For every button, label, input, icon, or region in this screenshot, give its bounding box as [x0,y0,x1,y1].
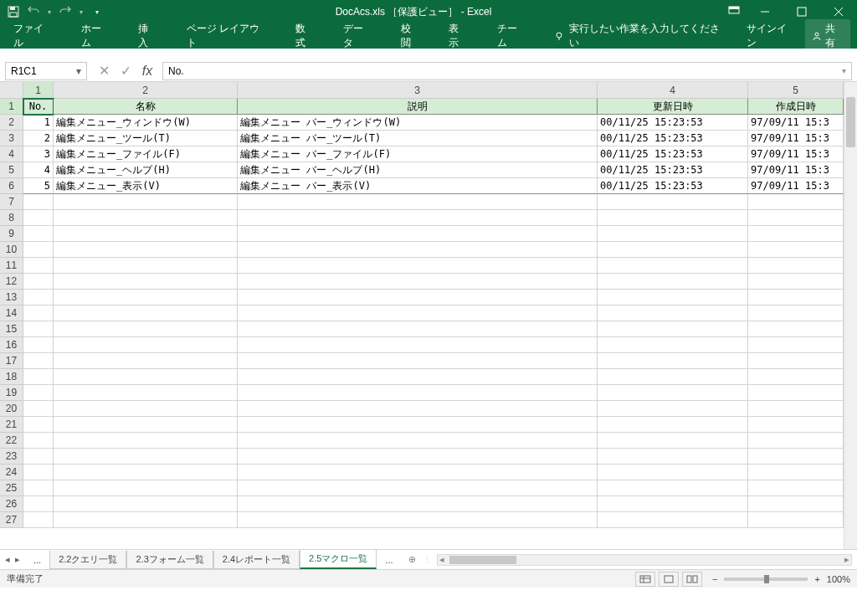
cell[interactable] [598,401,748,417]
fx-icon[interactable]: fx [137,62,157,80]
cell[interactable] [23,496,54,512]
view-normal-icon[interactable] [635,572,655,587]
cell[interactable] [23,226,54,242]
cell[interactable] [54,337,238,353]
cell[interactable] [238,465,598,480]
cell[interactable] [54,449,238,465]
cell[interactable] [748,337,844,353]
row-header[interactable]: 11 [0,258,23,274]
cell[interactable] [748,353,844,369]
cell[interactable]: 編集メニュー_表示(V) [54,178,238,194]
tab-pagelayout[interactable]: ページ レイアウト [180,18,274,54]
add-sheet-icon[interactable]: ⊕ [402,554,423,565]
select-all-corner[interactable] [0,82,23,99]
column-header[interactable]: 1 [23,82,54,99]
column-header[interactable]: 4 [598,82,748,99]
qat-customize-icon[interactable]: ▾ [89,3,105,20]
cell[interactable]: 3 [23,146,54,162]
cell[interactable] [598,242,748,258]
cell[interactable]: 説明 [238,99,598,115]
row-header[interactable]: 1 [0,99,23,115]
cell[interactable] [23,305,54,321]
cell[interactable] [238,274,598,290]
row-header[interactable]: 12 [0,274,23,290]
cell[interactable] [238,305,598,321]
row-header[interactable]: 15 [0,321,23,337]
worksheet-grid[interactable]: 12345 1234567891011121314151617181920212… [0,82,857,549]
row-header[interactable]: 4 [0,146,23,162]
view-pagelayout-icon[interactable] [659,572,679,587]
zoom-out-icon[interactable]: − [712,574,717,584]
cell[interactable] [23,290,54,305]
cell[interactable]: 00/11/25 15:23:53 [598,162,748,178]
cell[interactable]: 編集メニュー_ウィンドウ(W) [54,115,238,131]
cell[interactable] [748,401,844,417]
cell[interactable]: 1 [23,115,54,131]
cell[interactable]: 00/11/25 15:23:53 [598,146,748,162]
cell[interactable] [23,417,54,433]
cell[interactable] [238,449,598,465]
zoom-in-icon[interactable]: + [814,574,819,584]
cell[interactable]: 97/09/11 15:3 [748,146,844,162]
cell[interactable]: 97/09/11 15:3 [748,178,844,194]
cell[interactable] [238,417,598,433]
cell[interactable] [748,496,844,512]
cell[interactable] [598,512,748,528]
cell[interactable]: 編集メニュー バー_ツール(T) [238,131,598,146]
cell[interactable] [54,226,238,242]
horizontal-scrollbar[interactable]: ◂ ▸ [437,554,852,566]
cell[interactable]: 00/11/25 15:23:53 [598,115,748,131]
cell[interactable] [598,465,748,480]
cell[interactable] [598,496,748,512]
cell[interactable] [23,512,54,528]
cell[interactable] [598,290,748,305]
save-icon[interactable] [5,3,22,20]
cell[interactable] [54,385,238,401]
row-header[interactable]: 23 [0,449,23,465]
cell[interactable]: 編集メニュー バー_ウィンドウ(W) [238,115,598,131]
sheet-nav-next-icon[interactable]: ▸ [15,554,20,565]
cells[interactable]: No.名称説明更新日時作成日時1編集メニュー_ウィンドウ(W)編集メニュー バー… [23,99,844,549]
enter-icon[interactable]: ✓ [115,62,136,80]
cell[interactable] [238,512,598,528]
cell[interactable] [23,337,54,353]
cell[interactable]: 編集メニュー_ヘルプ(H) [54,162,238,178]
cell[interactable]: 編集メニュー バー_表示(V) [238,178,598,194]
row-header[interactable]: 25 [0,480,23,496]
cell[interactable]: 4 [23,162,54,178]
cell[interactable] [598,353,748,369]
cell[interactable] [238,194,598,210]
formula-input[interactable]: No. ▾ [162,62,852,80]
column-header[interactable]: 3 [238,82,598,99]
cell[interactable] [598,194,748,210]
cell[interactable] [598,305,748,321]
cell[interactable]: 2 [23,131,54,146]
cell[interactable] [54,242,238,258]
vertical-scroll-thumb[interactable] [846,97,855,147]
tab-team[interactable]: チーム [490,18,533,54]
view-pagebreak-icon[interactable] [682,572,702,587]
cell[interactable] [598,321,748,337]
cell[interactable] [748,449,844,465]
cell[interactable] [54,353,238,369]
cell[interactable] [238,401,598,417]
zoom-slider[interactable] [724,578,808,581]
tab-review[interactable]: 校閲 [394,18,427,54]
cell[interactable]: 編集メニュー バー_ファイル(F) [238,146,598,162]
cell[interactable] [598,369,748,385]
cell[interactable] [54,258,238,274]
undo-icon[interactable] [25,3,42,20]
row-header[interactable]: 8 [0,210,23,226]
cell[interactable] [748,242,844,258]
cell[interactable]: 97/09/11 15:3 [748,131,844,146]
tab-insert[interactable]: 挿入 [131,18,164,54]
cell[interactable] [748,305,844,321]
row-header[interactable]: 9 [0,226,23,242]
cell[interactable] [54,417,238,433]
cell[interactable] [23,385,54,401]
cell[interactable] [598,385,748,401]
column-header[interactable]: 5 [748,82,844,99]
cell[interactable]: 名称 [54,99,238,115]
cell[interactable] [598,449,748,465]
column-header[interactable]: 2 [54,82,238,99]
